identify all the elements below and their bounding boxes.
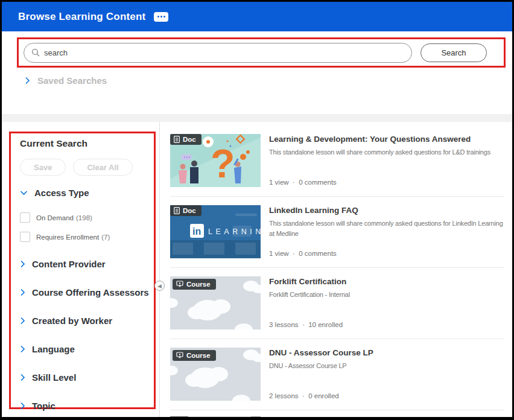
- clear-all-button[interactable]: Clear All: [73, 159, 132, 176]
- card-thumbnail: ?: [170, 134, 261, 187]
- card-description: DNU - Assessor Course LP: [269, 361, 504, 371]
- checkbox-count: (7): [101, 234, 110, 241]
- card-description: This standalone lesson will share common…: [269, 147, 504, 158]
- content-type-badge: Course: [173, 350, 216, 361]
- page-title: Browse Learning Content: [18, 11, 145, 23]
- chevron-right-icon: [20, 402, 25, 410]
- facet-content-provider[interactable]: Content Provider: [20, 258, 154, 270]
- page-header: Browse Learning Content: [2, 2, 512, 31]
- save-button[interactable]: Save: [20, 159, 66, 176]
- checkbox-requires-enrollment[interactable]: Requires Enrollment (7): [20, 232, 154, 242]
- checkbox-icon[interactable]: [20, 212, 30, 223]
- card-meta: 3 lessons · 10 enrolled: [269, 321, 343, 328]
- card-meta: 1 view · 0 comments: [269, 179, 337, 186]
- partial-badge: [170, 416, 188, 420]
- partial-card-thumbnail: [170, 416, 261, 420]
- card-thumbnail: Course: [170, 348, 261, 401]
- facet-label: Created by Worker: [32, 316, 112, 326]
- chevron-right-icon: [20, 374, 25, 381]
- content-area: ◀ Current Search Save Clear All Access T…: [2, 122, 512, 417]
- chevron-right-icon: [20, 317, 25, 325]
- search-input[interactable]: [44, 48, 404, 57]
- related-actions-icon[interactable]: [154, 12, 168, 22]
- chevron-right-icon: [25, 77, 30, 84]
- linkedin-logo-text: in: [192, 226, 201, 237]
- doc-icon: [174, 136, 180, 143]
- course-icon: [176, 281, 183, 288]
- card-body: LinkedIn Learning FAQ This standalone le…: [269, 205, 504, 258]
- search-annotation-box: Search: [17, 37, 506, 68]
- facet-label: Topic: [32, 401, 56, 411]
- card-body: DNU - Assessor Course LP DNU - Assessor …: [269, 348, 504, 401]
- facet-course-offering-assessors[interactable]: Course Offering Assessors: [20, 286, 154, 299]
- checkbox-count: (198): [76, 214, 92, 221]
- card-thumbnail: in LEARNING Doc: [170, 205, 261, 258]
- facet-language[interactable]: Language: [20, 343, 154, 355]
- saved-searches-label: Saved Searches: [37, 75, 107, 86]
- results-list: ?: [159, 122, 512, 417]
- facet-label: Content Provider: [32, 259, 106, 269]
- content-type-badge: Doc: [170, 134, 201, 145]
- badge-label: Course: [186, 281, 211, 288]
- checkbox-label: On Demand: [36, 214, 74, 221]
- current-search-annotation-box: Current Search Save Clear All Access Typ…: [9, 132, 156, 409]
- result-card-dnu-assessor-course[interactable]: Course DNU - Assessor Course LP DNU - As…: [170, 339, 504, 410]
- filter-sidebar: Current Search Save Clear All Access Typ…: [2, 122, 159, 417]
- card-title[interactable]: DNU - Assessor Course LP: [269, 348, 504, 357]
- section-divider-band: [2, 114, 512, 122]
- browse-learning-content-window: Browse Learning Content Search Saved Sea…: [0, 0, 514, 420]
- saved-searches-toggle[interactable]: Saved Searches: [25, 75, 512, 86]
- checkbox-label: Requires Enrollment: [36, 234, 99, 241]
- content-type-badge: Doc: [170, 205, 201, 216]
- content-type-badge: Course: [173, 279, 216, 290]
- card-title[interactable]: Learning & Development: Your Questions A…: [269, 135, 504, 144]
- course-icon: [176, 352, 183, 359]
- facet-skill-level[interactable]: Skill Level: [20, 371, 154, 384]
- facet-label: Language: [32, 344, 75, 354]
- panel-divider: [159, 122, 160, 417]
- card-body: Learning & Development: Your Questions A…: [269, 134, 504, 187]
- doc-icon: [174, 207, 180, 214]
- badge-label: Doc: [183, 207, 196, 214]
- chevron-down-icon: [20, 190, 28, 196]
- search-input-wrapper[interactable]: [24, 43, 412, 63]
- card-description: This standalone lesson will share common…: [269, 218, 504, 238]
- search-button[interactable]: Search: [420, 43, 487, 62]
- collapse-panel-icon[interactable]: ◀: [154, 281, 165, 291]
- facet-access-type[interactable]: Access Type: [20, 188, 154, 198]
- checkbox-icon[interactable]: [20, 232, 30, 242]
- chevron-right-icon: [20, 345, 25, 353]
- facet-created-by-worker[interactable]: Created by Worker: [20, 314, 154, 327]
- card-title[interactable]: Forklift Certification: [269, 277, 504, 286]
- card-body: Forklift Certification Forklift Certific…: [269, 276, 504, 329]
- current-search-title: Current Search: [20, 138, 154, 149]
- result-card-linkedin-learning-faq[interactable]: in LEARNING Doc LinkedIn Lear: [170, 197, 504, 268]
- svg-text:?: ?: [211, 141, 235, 186]
- card-thumbnail: Course: [170, 276, 261, 329]
- facet-label: Skill Level: [32, 372, 76, 383]
- facet-topic[interactable]: Topic: [20, 399, 154, 412]
- chevron-right-icon: [20, 288, 25, 296]
- badge-label: Doc: [183, 136, 196, 143]
- chevron-right-icon: [20, 260, 25, 268]
- card-meta: 1 view · 0 comments: [269, 250, 337, 257]
- facet-label: Course Offering Assessors: [32, 287, 149, 298]
- card-title[interactable]: LinkedIn Learning FAQ: [269, 206, 504, 215]
- search-icon: [31, 48, 40, 57]
- badge-label: Course: [186, 352, 211, 359]
- learning-wordmark: LEARNING: [208, 228, 261, 236]
- card-description: Forklift Certification - Internal: [269, 290, 504, 300]
- facet-label: Access Type: [34, 188, 89, 198]
- result-card-forklift-certification[interactable]: Course Forklift Certification Forklift C…: [170, 268, 504, 339]
- checkbox-on-demand[interactable]: On Demand (198): [20, 212, 154, 223]
- result-card-learning-development[interactable]: ?: [170, 126, 504, 197]
- card-meta: 2 lessons · 0 enrolled: [269, 392, 339, 399]
